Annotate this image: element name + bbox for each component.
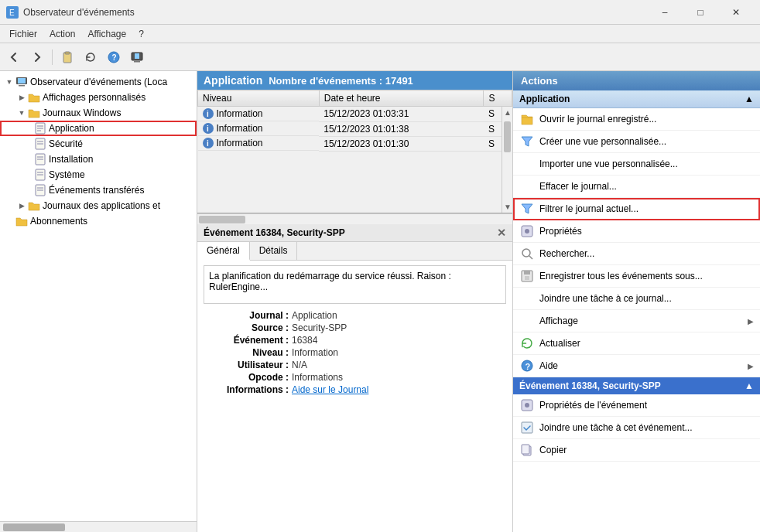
action-event-properties[interactable]: Propriétés de l'événement	[513, 394, 760, 417]
clear-icon	[519, 179, 535, 194]
event-detail: Événement 16384, Security-SPP ✕ Général …	[197, 224, 512, 532]
log-name: Application	[204, 74, 262, 87]
expand-journaux-icon[interactable]: ▼	[15, 109, 28, 117]
menu-help[interactable]: ?	[132, 27, 150, 41]
info-icon-3: i	[203, 138, 214, 148]
svg-rect-3	[65, 52, 70, 54]
task-icon	[519, 420, 535, 435]
events-table: Niveau Date et heure S i Information 15/…	[197, 90, 512, 152]
action-filter-log[interactable]: Filtrer le journal actuel...	[513, 198, 760, 220]
filter-icon	[519, 201, 535, 217]
svg-rect-11	[19, 85, 25, 87]
table-row[interactable]: i Information 15/12/2023 01:01:38 S	[198, 121, 512, 136]
action-attach-task[interactable]: Joindre une tâche à ce journal...	[513, 288, 760, 310]
tab-general[interactable]: Général	[197, 242, 250, 261]
left-panel-scrollbar[interactable]	[0, 521, 197, 532]
help-toolbar-button[interactable]: ?	[103, 47, 125, 67]
event-detail-title: Événement 16384, Security-SPP	[204, 227, 345, 238]
level-label: Niveau :	[204, 347, 289, 358]
tree-evenements-transferes[interactable]: Événements transférés	[0, 182, 197, 198]
action-affichage-label: Affichage	[539, 315, 578, 326]
tree-installation[interactable]: Installation	[0, 152, 197, 167]
table-hscrollbar[interactable]	[197, 213, 512, 224]
maximize-button[interactable]: □	[683, 0, 718, 25]
col-datetime[interactable]: Date et heure	[319, 90, 484, 107]
tree-abonnements[interactable]: Abonnements	[0, 213, 197, 229]
tree-application[interactable]: Application	[0, 121, 197, 136]
tree-affichages[interactable]: ▶ Affichages personnalisés	[0, 90, 197, 105]
back-button[interactable]	[3, 47, 25, 67]
action-aide[interactable]: ? Aide ▶	[513, 355, 760, 377]
opcode-value: Informations	[292, 372, 506, 383]
folder-journaux-icon	[28, 107, 40, 119]
expand-apps-icon[interactable]: ▶	[15, 202, 28, 210]
folder-affichages-icon	[28, 91, 40, 104]
actions-section-event[interactable]: Événement 16384, Security-SPP ▲	[513, 377, 760, 394]
action-save-all[interactable]: Enregistrer tous les événements sous...	[513, 265, 760, 288]
menu-affichage[interactable]: Affichage	[81, 27, 132, 41]
info-link[interactable]: Aide sur le Journal	[292, 384, 506, 395]
action-actualiser[interactable]: Actualiser	[513, 332, 760, 355]
actions-list-2: Propriétés de l'événement Joindre une tâ…	[513, 394, 760, 532]
action-actualiser-label: Actualiser	[539, 338, 580, 349]
action-copy[interactable]: Copier	[513, 439, 760, 462]
table-row[interactable]: i Information 15/12/2023 01:03:31 S	[198, 107, 512, 122]
svg-point-29	[525, 229, 529, 234]
scroll-down-btn[interactable]: ▼	[502, 201, 512, 213]
monitor-button[interactable]	[126, 47, 148, 67]
event-fields: Journal : Application Source : Security-…	[204, 310, 506, 395]
table-row[interactable]: i Information 15/12/2023 01:01:30 S	[198, 136, 512, 151]
left-scroll-thumb[interactable]	[3, 523, 65, 531]
action-attach-task-event-label: Joindre une tâche à cet événement...	[539, 422, 692, 433]
menu-action[interactable]: Action	[43, 27, 81, 41]
display-icon	[519, 313, 535, 329]
tree-systeme-label: Système	[49, 169, 85, 180]
action-properties[interactable]: Propriétés	[513, 220, 760, 243]
attach-icon	[519, 291, 535, 306]
tree-systeme[interactable]: Système	[0, 167, 197, 182]
import-icon	[519, 156, 535, 172]
event-detail-close-button[interactable]: ✕	[497, 227, 506, 239]
actions-panel: Actions Application ▲ Ouvrir le journal …	[512, 71, 760, 532]
scroll-up-btn[interactable]: ▲	[502, 107, 512, 118]
tree-journaux-apps[interactable]: ▶ Journaux des applications et	[0, 198, 197, 213]
properties-icon	[519, 223, 535, 239]
action-clear-log-label: Effacer le journal...	[539, 181, 617, 192]
expand-icon[interactable]: ▼	[3, 78, 15, 86]
table-scrollbar[interactable]: ▲ ▼	[502, 107, 512, 213]
svg-rect-33	[524, 271, 530, 275]
tab-details[interactable]: Détails	[250, 242, 298, 260]
log-securite-icon	[34, 138, 46, 150]
tree-root-label: Observateur d'événements (Loca	[30, 77, 167, 87]
action-search[interactable]: Rechercher...	[513, 243, 760, 265]
action-create-view[interactable]: Créer une vue personnalisée...	[513, 131, 760, 153]
actions-section-application[interactable]: Application ▲	[513, 90, 760, 108]
refresh-button[interactable]	[80, 47, 101, 67]
clipboard-button[interactable]	[56, 47, 78, 67]
row2-level: i Information	[198, 121, 320, 136]
menu-fichier[interactable]: Fichier	[3, 27, 43, 41]
action-import-view[interactable]: Importer une vue personnalisée...	[513, 153, 760, 176]
tree-journaux[interactable]: ▼ Journaux Windows	[0, 105, 197, 121]
window-controls[interactable]: – □ ✕	[647, 0, 754, 25]
close-button[interactable]: ✕	[718, 0, 754, 25]
tree-securite[interactable]: Sécurité	[0, 136, 197, 152]
action-attach-task-event[interactable]: Joindre une tâche à cet événement...	[513, 417, 760, 439]
action-affichage[interactable]: Affichage ▶	[513, 310, 760, 332]
row3-datetime: 15/12/2023 01:01:30	[319, 136, 484, 151]
forward-button[interactable]	[26, 47, 48, 67]
minimize-button[interactable]: –	[647, 0, 683, 25]
tree-root[interactable]: ▼ Observateur d'événements (Loca	[0, 74, 197, 90]
col-niveau[interactable]: Niveau	[198, 90, 320, 107]
event-label: Événement :	[204, 335, 289, 346]
col-s[interactable]: S	[484, 90, 512, 107]
action-open-journal[interactable]: Ouvrir le journal enregistré...	[513, 108, 760, 131]
action-clear-log[interactable]: Effacer le journal...	[513, 176, 760, 198]
computer-icon	[15, 76, 28, 88]
level-value: Information	[292, 347, 506, 358]
hscroll-thumb[interactable]	[199, 216, 245, 223]
expand-affichages-icon[interactable]: ▶	[15, 94, 28, 101]
row1-datetime: 15/12/2023 01:03:31	[319, 107, 484, 122]
info-icon-1: i	[203, 108, 214, 119]
scroll-thumb[interactable]	[504, 121, 511, 152]
